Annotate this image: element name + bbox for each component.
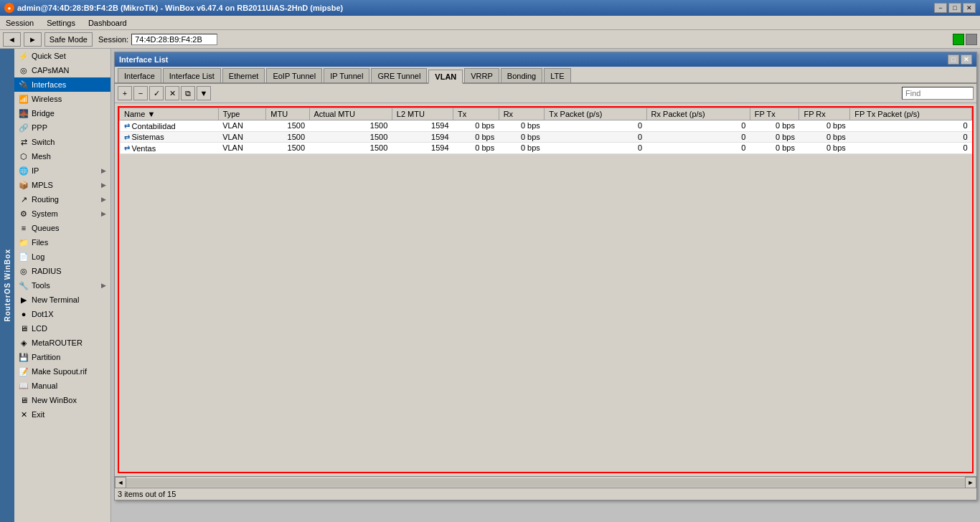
sidebar-item-new-terminal[interactable]: ▶ New Terminal: [14, 293, 110, 307]
cell-tx: 0 bps: [453, 143, 499, 154]
disable-button[interactable]: ✕: [165, 86, 179, 100]
sidebar-item-ppp[interactable]: 🔗 PPP: [14, 120, 110, 135]
col-fp-rx[interactable]: FP Rx: [799, 108, 850, 120]
sidebar-item-wireless[interactable]: 📶 Wireless: [14, 92, 110, 106]
sidebar-item-log[interactable]: 📄 Log: [14, 250, 110, 264]
sidebar-item-metarouter[interactable]: ◈ MetaROUTER: [14, 336, 110, 350]
copy-button[interactable]: ⧉: [181, 86, 195, 100]
sidebar-item-partition[interactable]: 💾 Partition: [14, 350, 110, 364]
cell-tx-packet: 0: [545, 120, 646, 132]
scroll-track[interactable]: [126, 478, 965, 487]
sidebar-item-manual[interactable]: 📖 Manual: [14, 379, 110, 393]
scroll-left-arrow[interactable]: ◄: [115, 477, 126, 488]
enable-button[interactable]: ✓: [149, 86, 164, 100]
col-tx[interactable]: Tx: [453, 108, 499, 120]
remove-button[interactable]: −: [133, 86, 148, 100]
col-l2-mtu[interactable]: L2 MTU: [392, 108, 453, 120]
sidebar-item-switch[interactable]: ⇄ Switch: [14, 135, 110, 149]
cell-tx: 0 bps: [453, 131, 499, 143]
window-close-button[interactable]: ✕: [961, 54, 972, 65]
menu-settings[interactable]: Settings: [44, 18, 78, 28]
sidebar-item-lcd[interactable]: 🖥 LCD: [14, 321, 110, 336]
sidebar-item-files[interactable]: 📁 Files: [14, 235, 110, 250]
switch-icon: ⇄: [19, 137, 29, 147]
sidebar-item-make-supout[interactable]: 📝 Make Supout.rif: [14, 364, 110, 379]
cell-actual-mtu: 1500: [309, 131, 392, 143]
tab-gre-tunnel[interactable]: GRE Tunnel: [371, 68, 427, 82]
menu-session[interactable]: Session: [3, 18, 37, 28]
cell-rx-packet: 0: [646, 143, 750, 154]
col-tx-packet[interactable]: Tx Packet (p/s): [545, 108, 646, 120]
table-row[interactable]: ⇄Sistemas VLAN 1500 1500 1594 0 bps 0 bp…: [120, 131, 972, 143]
col-name[interactable]: Name ▼: [120, 108, 219, 120]
back-button[interactable]: ◄: [3, 32, 21, 47]
cell-l2-mtu: 1594: [392, 143, 453, 154]
manual-icon: 📖: [19, 381, 29, 391]
col-fp-tx[interactable]: FP Tx: [750, 108, 799, 120]
close-button[interactable]: ✕: [963, 3, 976, 13]
safe-mode-button[interactable]: Safe Mode: [44, 32, 93, 47]
col-rx[interactable]: Rx: [499, 108, 545, 120]
sidebar-item-radius[interactable]: ◎ RADIUS: [14, 264, 110, 278]
tab-vrrp[interactable]: VRRP: [464, 68, 499, 82]
col-mtu[interactable]: MTU: [266, 108, 309, 120]
sidebar-item-routing[interactable]: ↗ Routing ▶: [14, 192, 110, 207]
tab-interface-list[interactable]: Interface List: [163, 68, 221, 82]
make-supout-icon: 📝: [19, 366, 29, 376]
tab-bonding[interactable]: Bonding: [501, 68, 542, 82]
sidebar-item-queues[interactable]: ≡ Queues: [14, 221, 110, 235]
sidebar-item-capsman[interactable]: ◎ CAPsMAN: [14, 63, 110, 77]
sidebar-item-exit[interactable]: ✕ Exit: [14, 407, 110, 422]
col-actual-mtu[interactable]: Actual MTU: [309, 108, 392, 120]
sidebar-label-radius: RADIUS: [32, 267, 62, 275]
sidebar-item-ip[interactable]: 🌐 IP ▶: [14, 163, 110, 178]
sidebar-label-manual: Manual: [32, 381, 57, 390]
table-container[interactable]: Name ▼ Type MTU Actual MTU L2 MTU Tx Rx …: [118, 106, 974, 473]
tab-lte[interactable]: LTE: [544, 68, 570, 82]
tab-ip-tunnel[interactable]: IP Tunnel: [324, 68, 369, 82]
table-row[interactable]: ⇄Contabilidad VLAN 1500 1500 1594 0 bps …: [120, 120, 972, 132]
col-rx-packet[interactable]: Rx Packet (p/s): [646, 108, 750, 120]
tab-ethernet[interactable]: Ethernet: [222, 68, 265, 82]
status-gray-light: [966, 34, 977, 45]
tab-interface[interactable]: Interface: [118, 68, 161, 82]
tab-eoip-tunnel[interactable]: EoIP Tunnel: [266, 68, 322, 82]
cell-rx: 0 bps: [499, 120, 545, 132]
sidebar-item-mpls[interactable]: 📦 MPLS ▶: [14, 178, 110, 192]
metarouter-icon: ◈: [19, 338, 29, 348]
search-input[interactable]: [902, 87, 974, 100]
window-title-bar: Interface List □ ✕: [115, 52, 976, 67]
cell-fp-tx-packet: 0: [850, 143, 972, 154]
maximize-button[interactable]: □: [948, 3, 961, 13]
sidebar-item-new-winbox[interactable]: 🖥 New WinBox: [14, 393, 110, 407]
sidebar-item-mesh[interactable]: ⬡ Mesh: [14, 149, 110, 163]
tools-icon: 🔧: [19, 280, 29, 290]
queues-icon: ≡: [19, 223, 29, 233]
bridge-icon: 🌉: [19, 108, 29, 118]
horizontal-scrollbar[interactable]: ◄ ►: [115, 476, 976, 488]
sidebar-item-interfaces[interactable]: 🔌 Interfaces: [14, 77, 110, 92]
table-row[interactable]: ⇄Ventas VLAN 1500 1500 1594 0 bps 0 bps …: [120, 143, 972, 154]
menu-dashboard[interactable]: Dashboard: [85, 18, 130, 28]
sidebar-item-bridge[interactable]: 🌉 Bridge: [14, 106, 110, 120]
filter-button[interactable]: ▼: [197, 86, 211, 100]
minimize-button[interactable]: −: [934, 3, 947, 13]
cell-type: VLAN: [218, 131, 266, 143]
sidebar-label-bridge: Bridge: [32, 109, 55, 118]
tab-vlan[interactable]: VLAN: [428, 70, 463, 84]
forward-button[interactable]: ►: [24, 32, 42, 47]
system-icon: ⚙: [19, 209, 29, 219]
col-fp-tx-packet[interactable]: FP Tx Packet (p/s): [850, 108, 972, 120]
sidebar: ⚡ Quick Set ◎ CAPsMAN 🔌 Interfaces 📶 Wir…: [14, 49, 111, 522]
sidebar-label-new-winbox: New WinBox: [32, 396, 77, 404]
window-minimize-button[interactable]: □: [948, 54, 959, 65]
cell-name: ⇄Sistemas: [120, 131, 219, 143]
sidebar-item-tools[interactable]: 🔧 Tools ▶: [14, 278, 110, 293]
sidebar-item-dot1x[interactable]: ● Dot1X: [14, 307, 110, 321]
sidebar-item-quick-set[interactable]: ⚡ Quick Set: [14, 49, 110, 63]
sidebar-item-system[interactable]: ⚙ System ▶: [14, 207, 110, 221]
col-type[interactable]: Type: [218, 108, 266, 120]
scroll-right-arrow[interactable]: ►: [965, 477, 976, 488]
main-layout: RouterOS WinBox ⚡ Quick Set ◎ CAPsMAN 🔌 …: [0, 49, 980, 522]
add-button[interactable]: +: [118, 86, 132, 100]
